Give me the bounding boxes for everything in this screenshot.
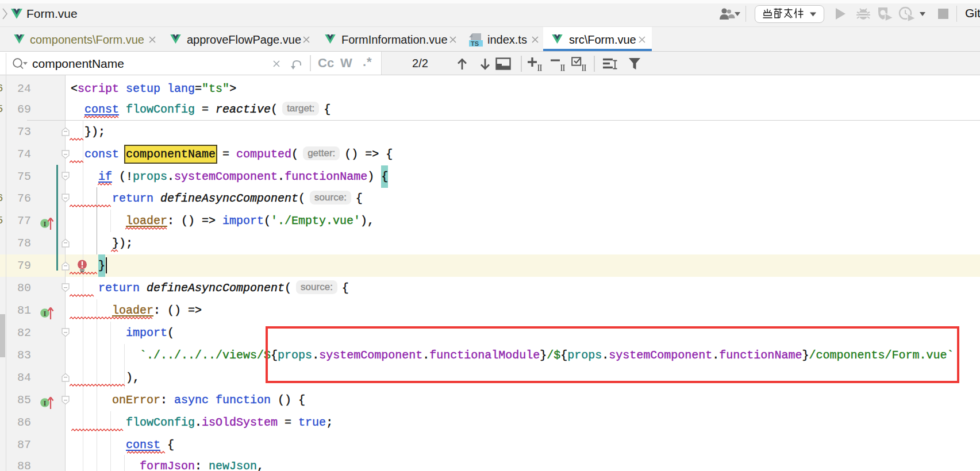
svg-text:I: I bbox=[43, 399, 46, 407]
svg-text:I: I bbox=[43, 309, 46, 318]
svg-text:I: I bbox=[43, 219, 46, 228]
svg-text:TS: TS bbox=[471, 40, 479, 47]
